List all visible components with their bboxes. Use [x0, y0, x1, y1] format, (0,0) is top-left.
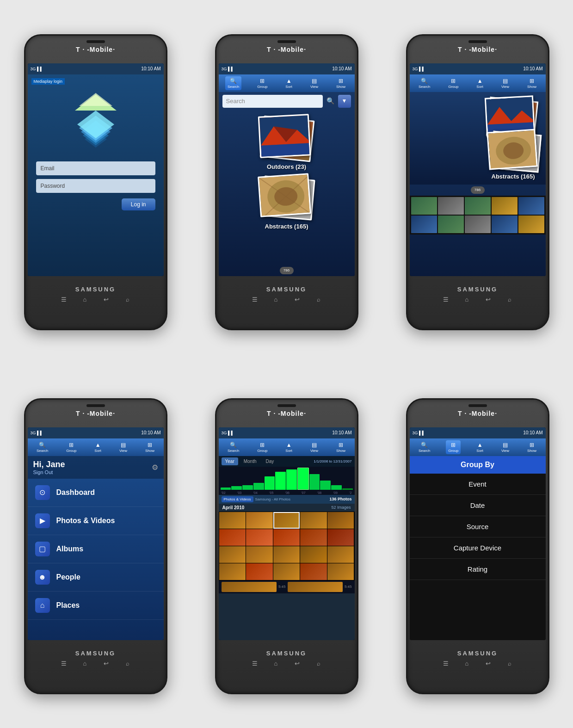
thumb-item[interactable]	[411, 216, 437, 233]
photo-thumb-11[interactable]	[219, 546, 246, 563]
photo-thumb-20[interactable]	[327, 563, 354, 580]
photo-thumb-8[interactable]	[273, 529, 300, 546]
nav-sort-5[interactable]: ▲ Sort	[283, 440, 295, 454]
back-btn-4[interactable]: ↩	[101, 659, 111, 669]
nav-group-4[interactable]: ⊞ Group	[64, 440, 79, 454]
search-btn-5[interactable]: ⌕	[314, 659, 324, 669]
menu-item-albums[interactable]: ▢ Albums	[28, 535, 164, 563]
back-btn-5[interactable]: ↩	[292, 659, 302, 669]
home-btn-1[interactable]: ⌂	[80, 295, 90, 305]
tab-month[interactable]: Month	[240, 457, 260, 465]
photos-tab[interactable]: Photos & Videos	[222, 496, 253, 502]
photo-thumb-5[interactable]	[327, 512, 354, 529]
back-btn-1[interactable]: ↩	[101, 295, 111, 305]
password-field[interactable]: Password	[36, 179, 155, 193]
photo-thumb-18[interactable]	[273, 563, 300, 580]
back-btn-6[interactable]: ↩	[483, 659, 493, 669]
photo-thumb-2[interactable]	[246, 512, 273, 529]
nav-search-4[interactable]: 🔍 Search	[34, 440, 50, 454]
photo-thumb-17[interactable]	[246, 563, 273, 580]
album-outdoors-2[interactable]: Outdoors (23)	[259, 115, 314, 170]
menu-btn-3[interactable]: ☰	[441, 295, 451, 305]
nav-sort-4[interactable]: ▲ Sort	[92, 440, 104, 454]
photo-thumb-selected[interactable]	[273, 512, 300, 529]
photo-thumb-19[interactable]	[300, 563, 327, 580]
thumb-item[interactable]	[518, 216, 544, 233]
thumb-item[interactable]	[438, 216, 464, 233]
tab-day[interactable]: Day	[262, 457, 278, 465]
menu-btn-5[interactable]: ☰	[250, 659, 260, 669]
nav-show-5[interactable]: ⊞ Show	[334, 440, 348, 454]
home-btn-4[interactable]: ⌂	[80, 659, 90, 669]
menu-btn-4[interactable]: ☰	[59, 659, 69, 669]
groupby-capture[interactable]: Capture Device	[410, 537, 546, 559]
settings-icon[interactable]: ⚙	[152, 463, 158, 472]
search-btn-4[interactable]: ⌕	[123, 659, 133, 669]
menu-item-photos[interactable]: ▶ Photos & Videos	[28, 507, 164, 535]
nav-sort-6[interactable]: ▲ Sort	[474, 440, 486, 454]
menu-item-places[interactable]: ⌂ Places	[28, 592, 164, 620]
nav-group-6[interactable]: ⊞ Group	[446, 440, 461, 454]
sign-out-link[interactable]: Sign Out	[33, 469, 65, 475]
thumb-item[interactable]	[518, 197, 544, 215]
thumb-item[interactable]	[438, 197, 464, 215]
photo-thumb-1[interactable]	[219, 512, 246, 529]
histogram[interactable]	[219, 467, 355, 491]
nav-view-5[interactable]: ▤ View	[308, 440, 320, 454]
nav-view-4[interactable]: ▤ View	[117, 440, 129, 454]
email-field[interactable]: Email	[36, 161, 155, 175]
menu-btn-2[interactable]: ☰	[250, 295, 260, 305]
tab-year[interactable]: Year	[222, 457, 238, 465]
nav-sort-2[interactable]: ▲ Sort	[283, 76, 295, 90]
groupby-date[interactable]: Date	[410, 495, 546, 516]
menu-btn-6[interactable]: ☰	[441, 659, 451, 669]
nav-search-5[interactable]: 🔍 Search	[225, 440, 241, 454]
nav-show-3[interactable]: ⊞ Show	[525, 76, 539, 90]
thumb-item[interactable]	[492, 197, 518, 215]
nav-search-3[interactable]: 🔍 Search	[416, 76, 432, 90]
video-thumb-2[interactable]	[288, 582, 343, 592]
device-tab[interactable]: Samsung - All Photos	[255, 497, 290, 501]
thumb-item[interactable]	[411, 197, 437, 215]
photo-thumb-14[interactable]	[300, 546, 327, 563]
search-bar-2[interactable]: Search	[222, 95, 323, 108]
nav-show-2[interactable]: ⊞ Show	[334, 76, 348, 90]
groupby-rating[interactable]: Rating	[410, 559, 546, 580]
back-btn-3[interactable]: ↩	[483, 295, 493, 305]
nav-search-2[interactable]: 🔍 Search	[225, 76, 241, 90]
photo-thumb-16[interactable]	[219, 563, 246, 580]
photo-thumb-4[interactable]	[300, 512, 327, 529]
nav-search-6[interactable]: 🔍 Search	[416, 440, 432, 454]
nav-group-3[interactable]: ⊞ Group	[446, 76, 461, 90]
photo-thumb-9[interactable]	[300, 529, 327, 546]
photo-thumb-6[interactable]	[219, 529, 246, 546]
photo-thumb-10[interactable]	[327, 529, 354, 546]
back-btn-2[interactable]: ↩	[292, 295, 302, 305]
photo-thumb-13[interactable]	[273, 546, 300, 563]
search-dropdown-2[interactable]: ▼	[338, 95, 351, 108]
home-btn-5[interactable]: ⌂	[271, 659, 281, 669]
album-abstracts-2[interactable]: Abstracts (165)	[259, 175, 314, 230]
nav-show-4[interactable]: ⊞ Show	[143, 440, 157, 454]
thumb-item[interactable]	[465, 197, 491, 215]
photo-thumb-7[interactable]	[246, 529, 273, 546]
photo-thumb-12[interactable]	[246, 546, 273, 563]
photo-thumb-15[interactable]	[327, 546, 354, 563]
nav-view-3[interactable]: ▤ View	[499, 76, 511, 90]
thumb-item[interactable]	[492, 216, 518, 233]
nav-group-5[interactable]: ⊞ Group	[255, 440, 270, 454]
menu-item-dashboard[interactable]: ⊙ Dashboard	[28, 479, 164, 507]
video-thumb-1[interactable]	[222, 582, 277, 592]
nav-group-2[interactable]: ⊞ Group	[255, 76, 270, 90]
album-abstracts-detail[interactable]: Abstracts (165)	[488, 130, 539, 180]
menu-item-people[interactable]: ☻ People	[28, 563, 164, 592]
home-btn-2[interactable]: ⌂	[271, 295, 281, 305]
groupby-source[interactable]: Source	[410, 516, 546, 537]
login-button[interactable]: Log in	[122, 198, 155, 210]
search-btn-3[interactable]: ⌕	[505, 295, 515, 305]
search-btn-2[interactable]: ⌕	[314, 295, 324, 305]
nav-view-2[interactable]: ▤ View	[308, 76, 320, 90]
thumb-item[interactable]	[465, 216, 491, 233]
nav-show-6[interactable]: ⊞ Show	[525, 440, 539, 454]
home-btn-3[interactable]: ⌂	[462, 295, 472, 305]
